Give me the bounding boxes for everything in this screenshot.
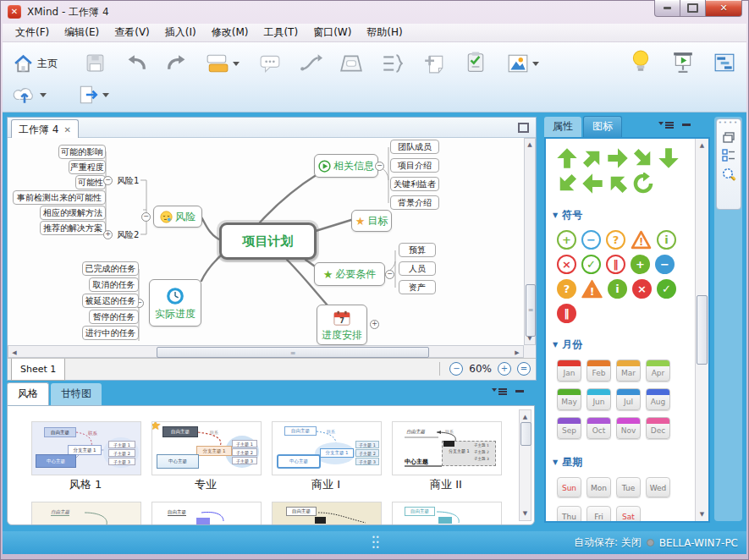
topic-requirements[interactable]: ★ 必要条件 <box>314 262 385 286</box>
scroll-down-icon[interactable]: ▼ <box>520 508 531 519</box>
export-dropdown-icon[interactable] <box>102 93 109 101</box>
view-menu-icon[interactable] <box>658 122 674 128</box>
collapse-toggle[interactable]: − <box>141 212 151 222</box>
section-symbols[interactable]: 符号 <box>553 208 696 222</box>
marker-mar-icon[interactable]: Mar <box>616 360 641 382</box>
image-dropdown-icon[interactable] <box>532 62 539 69</box>
scroll-right-icon[interactable]: ▶ <box>513 348 521 358</box>
marker-plus-outline-icon[interactable]: + <box>557 230 576 250</box>
marker-minus-outline-icon[interactable]: − <box>581 230 601 250</box>
zoom-reset-button[interactable]: = <box>517 362 531 376</box>
panel-scrollbar[interactable]: ▲ ▼ <box>695 139 708 521</box>
marker-mon-icon[interactable]: Mon <box>587 477 611 497</box>
outline-view-icon[interactable] <box>722 149 735 162</box>
subtopic[interactable]: 资产 <box>399 280 436 294</box>
redo-button[interactable] <box>165 50 187 75</box>
subtopic[interactable]: 人员 <box>399 261 436 276</box>
marker-info-icon[interactable]: i <box>608 279 627 299</box>
topic-info[interactable]: 相关信息 <box>314 154 378 178</box>
tab-gantt[interactable]: 甘特图 <box>51 383 102 405</box>
sheet-tab[interactable]: Sheet 1 <box>11 359 65 381</box>
marker-dec-icon[interactable]: Dec <box>646 417 670 439</box>
restore-panel-icon[interactable] <box>723 132 735 143</box>
expand-toggle[interactable]: + <box>370 320 379 329</box>
topic-risk2[interactable]: 风险2 <box>117 229 139 241</box>
style-thumbnail[interactable]: 自由主题 <box>272 502 382 525</box>
undo-button[interactable] <box>126 50 148 75</box>
marker-feb-icon[interactable]: Feb <box>587 360 611 382</box>
topic-goal[interactable]: ★ 目标 <box>351 210 392 232</box>
minimize-button[interactable] <box>654 0 680 17</box>
scroll-up-icon[interactable]: ▲ <box>696 140 708 151</box>
minimize-panel-icon[interactable] <box>682 124 691 126</box>
subtopic[interactable]: 推荐的解决方案 <box>40 221 106 235</box>
marker-sun-icon[interactable]: Sun <box>557 477 581 497</box>
maximize-editor-icon[interactable] <box>518 123 529 133</box>
marker-warning-icon[interactable]: ! <box>581 279 603 299</box>
view-menu-icon[interactable] <box>492 388 507 394</box>
marker-warning-outline-icon[interactable]: ! <box>631 230 652 250</box>
marker-apr-icon[interactable]: Apr <box>646 360 670 382</box>
canvas-hscrollbar[interactable]: ◀ ▶ ≡ <box>8 345 524 358</box>
boundary-button[interactable] <box>339 51 363 76</box>
central-topic[interactable]: 项目计划 <box>219 222 317 260</box>
subtopic[interactable]: 相应的缓解方法 <box>40 206 106 220</box>
topic-progress[interactable]: 实际进度 <box>149 279 201 327</box>
marker-cross-outline-icon[interactable]: × <box>557 255 576 274</box>
collapse-toggle[interactable]: − <box>385 270 394 279</box>
hint-button[interactable] <box>631 48 650 74</box>
home-button[interactable]: 主页 <box>13 51 58 76</box>
hscroll-thumb[interactable]: ≡ <box>157 347 429 358</box>
marker-pause-icon[interactable]: ‖ <box>557 304 576 323</box>
comment-button[interactable] <box>259 51 281 76</box>
subtopic[interactable]: 严重程度 <box>69 160 106 174</box>
mindmap-canvas[interactable]: 可能的影响 严重程度 可能性 事前检测出来的可能性 相应的缓解方法 推荐的解决方… <box>8 138 524 345</box>
marker-cross-icon[interactable]: × <box>632 279 652 299</box>
marker-oct-icon[interactable]: Oct <box>587 417 611 439</box>
arrow-down-left-icon[interactable] <box>552 168 583 200</box>
menu-modify[interactable]: 修改(M) <box>204 23 256 42</box>
canvas-vscrollbar[interactable]: ▲ ▼ ≡ <box>524 138 536 345</box>
arrow-left-icon[interactable] <box>581 173 603 195</box>
vscroll-thumb[interactable]: ≡ <box>526 284 536 337</box>
minimize-panel-icon[interactable] <box>515 390 524 393</box>
menu-file[interactable]: 文件(F) <box>8 23 57 42</box>
share-dropdown-icon[interactable] <box>40 93 47 101</box>
tab-properties[interactable]: 属性 <box>544 117 581 137</box>
scroll-down-icon[interactable]: ▼ <box>696 509 708 519</box>
style-thumbnail[interactable]: 自由主题 <box>392 502 502 525</box>
subtopic[interactable]: 可能性 <box>75 175 106 189</box>
menu-edit[interactable]: 编辑(E) <box>57 23 107 42</box>
arrow-right-icon[interactable] <box>607 147 629 169</box>
arrow-refresh-icon[interactable] <box>632 173 654 195</box>
section-months[interactable]: 月份 <box>553 338 696 352</box>
maximize-button[interactable] <box>680 0 705 17</box>
marker-may-icon[interactable]: May <box>557 388 581 410</box>
style-thumbnail[interactable]: 自由主题 <box>151 502 262 525</box>
save-button[interactable] <box>85 50 106 75</box>
marker-jul-icon[interactable]: Jul <box>616 388 641 410</box>
subtopic[interactable]: 被延迟的任务 <box>82 294 139 308</box>
marker-info-outline-icon[interactable]: i <box>657 230 676 250</box>
presentation-button[interactable] <box>672 49 694 74</box>
marker-plus-icon[interactable]: + <box>631 255 650 274</box>
expand-toggle[interactable]: + <box>103 230 113 239</box>
subtopic[interactable]: 项目介绍 <box>390 158 439 173</box>
style-thumbnail[interactable]: 自由主题 联系 分支主题 1 中心主题 子主题 1 子主题 2 子主题 3 <box>31 421 141 475</box>
tab-markers[interactable]: 图标 <box>583 116 622 137</box>
menu-tools[interactable]: 工具(T) <box>256 23 306 42</box>
style-thumbnail[interactable]: 自由主题 <box>31 502 141 525</box>
scroll-up-icon[interactable]: ▲ <box>525 140 535 150</box>
marker-aug-icon[interactable]: Aug <box>646 388 670 410</box>
scroll-left-icon[interactable]: ◀ <box>10 348 19 358</box>
arrow-up-icon[interactable] <box>556 147 578 169</box>
arrow-down-right-icon[interactable] <box>628 143 659 174</box>
insert-image-button[interactable] <box>507 51 539 76</box>
insert-topic-button[interactable] <box>206 51 240 76</box>
menu-insert[interactable]: 插入(I) <box>157 23 204 42</box>
marker-pause-outline-icon[interactable]: ‖ <box>606 255 625 274</box>
zoom-tool-icon[interactable] <box>722 167 736 182</box>
menu-help[interactable]: 帮助(H) <box>359 23 410 42</box>
marker-wed-icon[interactable]: Wed <box>646 477 670 497</box>
subtopic[interactable]: 暂停的任务 <box>89 310 139 324</box>
